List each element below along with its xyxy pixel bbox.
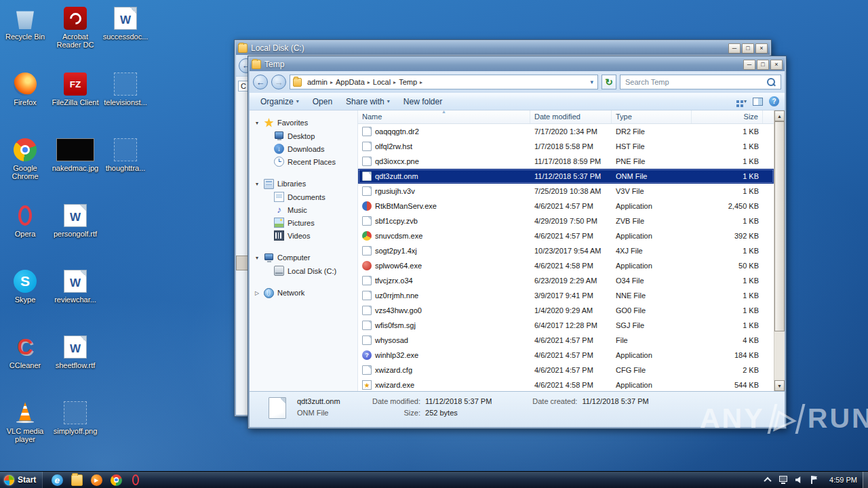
maximize-button[interactable]: □ — [757, 60, 769, 70]
sidebar-item-downloads[interactable]: Downloads — [250, 142, 357, 155]
scrollbar-thumb[interactable] — [774, 121, 785, 331]
file-row-winhlp32-exe[interactable]: winhlp32.exe4/6/2021 4:57 PMApplication1… — [358, 348, 774, 363]
breadcrumb-item-local[interactable]: Local — [370, 78, 393, 86]
file-row-uz0rrjmh-nne[interactable]: uz0rrjmh.nne3/9/2017 9:41 PMNNE File1 KB — [358, 288, 774, 303]
column-header-name[interactable]: ▲Name — [358, 110, 530, 123]
expander-icon[interactable]: ▾ — [254, 255, 260, 261]
refresh-button[interactable]: ↻ — [601, 75, 616, 89]
desktop-icon-sheetflow-rtf[interactable]: sheetflow.rtf — [52, 336, 99, 369]
desktop-icon-acrobat-reader-dc[interactable]: Acrobat Reader DC — [52, 7, 99, 49]
desktop-icon-nakedmac-jpg[interactable]: nakedmac.jpg — [52, 138, 99, 172]
desktop-icon-google-chrome[interactable]: Google Chrome — [1, 138, 49, 180]
desktop-icon-simplyoff-png[interactable]: simplyoff.png — [52, 401, 99, 435]
desktop-icon-opera[interactable]: Opera — [1, 204, 49, 238]
scroll-up-icon[interactable]: ▲ — [774, 110, 785, 121]
sidebar-group-computer-header[interactable]: ▾Computer — [250, 251, 357, 264]
file-row-wfis0fsm-sgj[interactable]: wfis0fsm.sgj6/4/2017 12:28 PMSGJ File1 K… — [358, 318, 774, 333]
address-bar[interactable]: admin▸AppData▸Local▸Temp▸ ▾ — [290, 75, 598, 89]
breadcrumb-separator-icon[interactable]: ▸ — [420, 79, 422, 85]
window-temp[interactable]: Temp ─ □ × ← → admin▸AppData▸Local▸Temp▸… — [248, 56, 787, 429]
flag-icon[interactable] — [809, 474, 820, 485]
file-row-tfvcjzrx-o34[interactable]: tfvcjzrx.o346/23/2019 2:29 AMO34 File1 K… — [358, 273, 774, 288]
breadcrumb-item-appdata[interactable]: AppData — [333, 78, 368, 86]
taskbar-clock[interactable]: 4:59 PM — [824, 476, 863, 484]
minimize-button[interactable]: ─ — [743, 60, 755, 70]
taskbar-windows-explorer[interactable] — [69, 473, 84, 487]
file-row-olfql2rw-hst[interactable]: olfql2rw.hst1/7/2018 5:58 PMHST File1 KB — [358, 139, 774, 154]
file-row-whysosad[interactable]: whysosad4/6/2021 4:57 PMFile4 KB — [358, 333, 774, 348]
file-row-qd3ioxcx-pne[interactable]: qd3ioxcx.pne11/17/2018 8:59 PMPNE File1 … — [358, 154, 774, 169]
show-desktop-button[interactable] — [863, 472, 868, 488]
vertical-scrollbar[interactable]: ▲ ▼ — [774, 110, 785, 391]
help-button[interactable]: ? — [769, 96, 779, 106]
expander-icon[interactable]: ▷ — [254, 290, 260, 296]
file-row-qdt3zutt-onm[interactable]: qdt3zutt.onm11/12/2018 5:37 PMONM File1 … — [358, 169, 774, 184]
close-button[interactable]: × — [755, 43, 768, 54]
toolbar-organize[interactable]: Organize▾ — [255, 95, 304, 108]
file-row-rgusiujh-v3v[interactable]: rgusiujh.v3v7/25/2019 10:38 AMV3V File1 … — [358, 184, 774, 199]
scrollbar-track[interactable] — [774, 121, 785, 380]
sidebar-item-documents[interactable]: Documents — [250, 190, 357, 203]
views-button[interactable]: ▾ — [736, 98, 747, 104]
volume-icon[interactable] — [793, 474, 804, 485]
desktop-icon-skype[interactable]: Skype — [1, 270, 49, 304]
desktop-icon-vlc-media-player[interactable]: VLC media player — [1, 401, 49, 443]
file-row-snuvcdsm-exe[interactable]: snuvcdsm.exe4/6/2021 4:57 PMApplication3… — [358, 228, 774, 243]
sidebar-group-favorites-header[interactable]: ▾Favorites — [250, 116, 357, 129]
sidebar-item-local-disk-c[interactable]: Local Disk (C:) — [250, 264, 357, 277]
desktop-icon-recycle-bin[interactable]: Recycle Bin — [1, 7, 49, 41]
file-row-xwizard-exe[interactable]: xwizard.exe4/6/2021 4:58 PMApplication54… — [358, 378, 774, 391]
close-button[interactable]: × — [770, 60, 783, 70]
toolbar-open[interactable]: Open — [307, 95, 338, 108]
chevron-up-icon[interactable] — [762, 474, 773, 485]
maximize-button[interactable]: □ — [742, 43, 754, 54]
desktop-icon-reviewchar[interactable]: reviewchar... — [52, 270, 99, 304]
local-disk-titlebar[interactable]: Local Disk (C:) ─ □ × — [236, 41, 770, 55]
toolbar-share-with[interactable]: Share with▾ — [340, 95, 395, 108]
file-row-rtkbtmanserv-exe[interactable]: RtkBtManServ.exe4/6/2021 4:57 PMApplicat… — [358, 199, 774, 214]
breadcrumb-item-admin[interactable]: admin — [304, 78, 330, 86]
file-row-vzs43hwv-go0[interactable]: vzs43hwv.go01/4/2020 9:29 AMGO0 File1 KB — [358, 303, 774, 318]
sidebar-item-desktop[interactable]: Desktop — [250, 129, 357, 142]
file-row-splwow64-exe[interactable]: splwow64.exe4/6/2021 4:58 PMApplication5… — [358, 258, 774, 273]
sidebar-group-network-header[interactable]: ▷Network — [250, 286, 357, 300]
temp-titlebar[interactable]: Temp ─ □ × — [250, 58, 785, 71]
column-header-size[interactable]: Size — [692, 110, 763, 123]
taskbar-media-player[interactable] — [89, 473, 104, 487]
taskbar-opera[interactable] — [128, 473, 143, 487]
back-button[interactable]: ← — [253, 75, 268, 89]
start-button[interactable]: Start — [0, 472, 43, 488]
desktop-icon-successdoc[interactable]: successdoc... — [102, 7, 149, 41]
search-box[interactable] — [620, 75, 781, 89]
address-history-dropdown-icon[interactable]: ▾ — [586, 79, 597, 85]
breadcrumb-item-temp[interactable]: Temp — [396, 78, 420, 86]
file-row-sogt2py1-4xj[interactable]: sogt2py1.4xj10/23/2017 9:54 AM4XJ File1 … — [358, 243, 774, 258]
sidebar-item-recent-places[interactable]: Recent Places — [250, 155, 357, 168]
desktop-icon-thoughttra[interactable]: thoughttra... — [102, 138, 149, 172]
sidebar-item-videos[interactable]: Videos — [250, 229, 357, 242]
file-row-sbf1ccpy-zvb[interactable]: sbf1ccpy.zvb4/29/2019 7:50 PMZVB File1 K… — [358, 214, 774, 228]
taskbar-google-chrome[interactable] — [108, 473, 123, 487]
sidebar-group-libraries-header[interactable]: ▾Libraries — [250, 177, 357, 190]
file-row-xwizard-cfg[interactable]: xwizard.cfg4/6/2021 4:57 PMCFG File2 KB — [358, 363, 774, 378]
forward-button[interactable]: → — [271, 75, 286, 89]
column-header-type[interactable]: Type — [612, 110, 692, 123]
expander-icon[interactable]: ▾ — [254, 181, 260, 187]
desktop-icon-televisionst[interactable]: televisionst... — [102, 73, 149, 106]
desktop-icon-ccleaner[interactable]: CCleaner — [1, 336, 49, 369]
column-header-date-modified[interactable]: Date modified — [530, 110, 612, 123]
sidebar-item-pictures[interactable]: Pictures — [250, 216, 357, 229]
desktop-icon-persongolf-rtf[interactable]: persongolf.rtf — [52, 204, 99, 238]
sidebar-item-music[interactable]: Music — [250, 203, 357, 216]
file-row-oaqqqgtn-dr2[interactable]: oaqqqgtn.dr27/17/2020 1:34 PMDR2 File1 K… — [358, 124, 774, 139]
expander-icon[interactable]: ▾ — [254, 120, 260, 126]
toolbar-new-folder[interactable]: New folder — [398, 95, 448, 108]
desktop-icon-firefox[interactable]: Firefox — [1, 73, 49, 106]
search-input[interactable] — [620, 78, 765, 86]
scroll-down-icon[interactable]: ▼ — [774, 380, 785, 391]
minimize-button[interactable]: ─ — [728, 43, 741, 54]
preview-pane-button[interactable] — [753, 98, 763, 106]
network-icon[interactable] — [778, 474, 789, 485]
desktop-icon-filezilla-client[interactable]: FileZilla Client — [52, 73, 99, 106]
taskbar-internet-explorer[interactable] — [50, 473, 64, 487]
